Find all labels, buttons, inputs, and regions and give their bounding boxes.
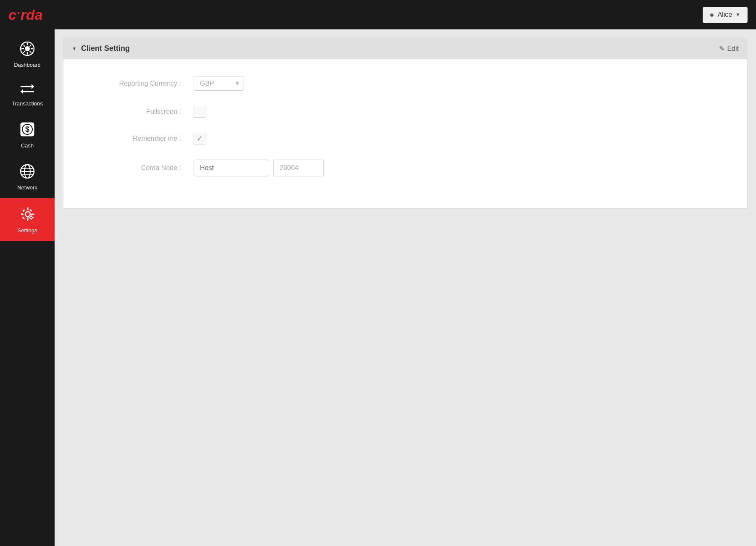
panel-collapse-icon[interactable]: ▼ — [72, 46, 77, 52]
fullscreen-control — [194, 106, 205, 118]
corda-node-row: Corda Node : — [89, 160, 722, 176]
sidebar-item-cash[interactable]: $ Cash — [0, 114, 55, 156]
user-name-label: Alice — [717, 11, 732, 18]
svg-line-9 — [24, 51, 25, 52]
sidebar-dashboard-label: Dashboard — [14, 62, 41, 68]
edit-pencil-icon: ✎ — [719, 45, 724, 52]
svg-point-22 — [25, 212, 30, 217]
fullscreen-row: Fullscreen : — [89, 106, 722, 118]
svg-rect-27 — [22, 209, 25, 212]
svg-text:$: $ — [25, 125, 29, 134]
svg-rect-23 — [27, 207, 29, 210]
client-setting-panel: ▼ Client Setting ✎ Edit Reporting Curren… — [63, 38, 748, 209]
logo-image: c · rda — [8, 7, 43, 23]
sidebar-item-dashboard[interactable]: Dashboard — [0, 34, 55, 76]
main-layout: Dashboard Transactions $ — [0, 29, 756, 546]
svg-rect-26 — [31, 214, 34, 215]
sidebar: Dashboard Transactions $ — [0, 29, 55, 546]
fullscreen-checkbox[interactable] — [194, 106, 205, 118]
user-menu-button[interactable]: ● Alice ▼ — [703, 7, 748, 23]
logo-dot-icon: · — [17, 6, 20, 20]
edit-button[interactable]: ✎ Edit — [719, 45, 739, 52]
panel-header: ▼ Client Setting ✎ Edit — [63, 38, 747, 59]
edit-label: Edit — [727, 45, 739, 52]
remember-me-control — [194, 133, 205, 144]
corda-node-label: Corda Node : — [89, 164, 181, 172]
svg-rect-24 — [27, 218, 29, 220]
remember-me-row: Remember me : — [89, 133, 722, 144]
svg-rect-25 — [21, 214, 24, 215]
corda-node-control — [194, 160, 324, 176]
svg-line-6 — [24, 45, 25, 47]
svg-rect-30 — [29, 209, 32, 212]
reporting-currency-row: Reporting Currency : GBP USD EUR ▼ — [89, 76, 722, 91]
dashboard-icon — [20, 41, 35, 59]
fullscreen-label: Fullscreen : — [89, 108, 181, 116]
svg-rect-35 — [29, 217, 30, 218]
cash-icon: $ — [20, 122, 35, 140]
panel-body: Reporting Currency : GBP USD EUR ▼ — [63, 59, 747, 208]
corda-node-host-input[interactable] — [194, 160, 269, 176]
settings-icon — [19, 206, 35, 225]
svg-rect-34 — [31, 219, 32, 220]
reporting-currency-control: GBP USD EUR ▼ — [194, 76, 244, 91]
svg-point-1 — [25, 46, 30, 51]
logo: c · rda — [8, 7, 43, 23]
sidebar-cash-label: Cash — [21, 142, 34, 149]
svg-rect-33 — [31, 215, 32, 216]
svg-marker-13 — [21, 89, 23, 94]
remember-me-label: Remember me : — [89, 135, 181, 142]
user-chevron-down-icon: ▼ — [735, 12, 740, 18]
header: c · rda ● Alice ▼ — [0, 0, 756, 29]
sidebar-network-label: Network — [17, 184, 37, 191]
user-avatar-icon: ● — [710, 10, 714, 19]
network-icon — [20, 164, 35, 182]
panel-title: Client Setting — [81, 44, 130, 53]
svg-line-7 — [29, 51, 31, 52]
svg-rect-29 — [22, 217, 25, 219]
transactions-icon — [20, 83, 35, 98]
sidebar-settings-label: Settings — [18, 227, 37, 234]
logo-c-letter: c — [8, 7, 16, 23]
logo-rda-text: rda — [21, 7, 43, 23]
sidebar-item-settings[interactable]: Settings — [0, 198, 55, 241]
panel-title-group: ▼ Client Setting — [72, 44, 130, 53]
currency-select[interactable]: GBP USD EUR — [194, 76, 244, 91]
corda-node-port-input[interactable] — [273, 160, 324, 176]
content-area: ▼ Client Setting ✎ Edit Reporting Curren… — [55, 29, 756, 546]
currency-select-wrapper: GBP USD EUR ▼ — [194, 76, 244, 91]
remember-me-checkbox[interactable] — [194, 133, 205, 144]
sidebar-item-transactions[interactable]: Transactions — [0, 76, 55, 114]
sidebar-item-network[interactable]: Network — [0, 156, 55, 198]
svg-marker-11 — [32, 84, 34, 89]
svg-rect-36 — [32, 217, 34, 218]
sidebar-transactions-label: Transactions — [12, 100, 43, 107]
reporting-currency-label: Reporting Currency : — [89, 80, 181, 87]
svg-line-8 — [29, 45, 31, 47]
